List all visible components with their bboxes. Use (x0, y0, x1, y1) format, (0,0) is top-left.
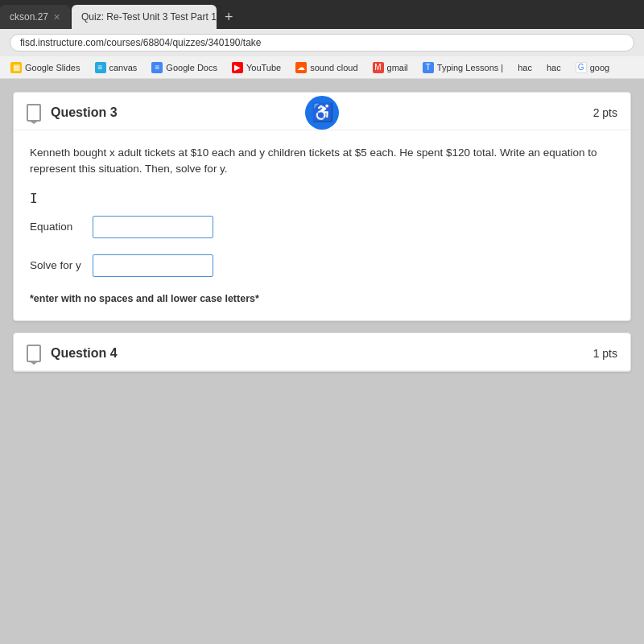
question-3-body: Kenneth bought x adult tickets at $10 ea… (14, 130, 630, 320)
address-bar: fisd.instructure.com/courses/68804/quizz… (0, 29, 644, 56)
soundcloud-icon: ☁ (295, 62, 307, 73)
solve-label: Solve for y (30, 259, 86, 271)
bookmark-google[interactable]: G goog (570, 60, 615, 75)
bookmark-docs[interactable]: ≡ Google Docs (146, 60, 223, 75)
bookmark-hac1[interactable]: hac (512, 61, 538, 74)
bookmark-canvas-label: canvas (109, 63, 138, 72)
question-4-bookmark[interactable] (27, 345, 41, 362)
bookmarks-bar: ▦ Google Slides ≡ canvas ≡ Google Docs ▶… (0, 56, 644, 79)
question-3-points: 2 pts (593, 106, 617, 119)
typing-icon: T (423, 62, 434, 73)
bookmark-google-label: goog (590, 63, 609, 72)
google-icon: G (576, 62, 587, 73)
question-4-points: 1 pts (593, 347, 617, 360)
docs-icon: ≡ (151, 62, 163, 73)
tab-label: ckson.27 (10, 11, 48, 23)
bookmark-slides-label: Google Slides (25, 63, 80, 72)
bookmark-youtube-label: YouTube (246, 63, 281, 72)
bookmark-gmail-label: gmail (387, 63, 408, 72)
tab-active-label: Quiz: Re-Test Unit 3 Test Part 1... (81, 11, 217, 23)
bookmark-typing[interactable]: T Typing Lessons | (417, 60, 509, 75)
tab-inactive[interactable]: ckson.27 ✕ (0, 5, 70, 29)
solve-row: Solve for y (30, 254, 614, 277)
equation-label: Equation (30, 221, 86, 233)
question-3-bookmark[interactable] (27, 104, 41, 122)
address-input[interactable]: fisd.instructure.com/courses/68804/quizz… (10, 34, 634, 52)
equation-row: Equation (30, 216, 614, 238)
question-3-text: Kenneth bought x adult tickets at $10 ea… (30, 145, 614, 178)
gmail-icon: M (373, 62, 384, 73)
text-cursor: I (30, 191, 614, 206)
bookmark-slides[interactable]: ▦ Google Slides (5, 60, 86, 75)
bookmark-typing-label: Typing Lessons | (437, 63, 503, 72)
question-3-card: Question 3 ♿ 2 pts Kenneth bought x adul… (13, 92, 631, 321)
question-3-header: Question 3 ♿ 2 pts (14, 93, 630, 130)
tab-bar: ckson.27 ✕ Quiz: Re-Test Unit 3 Test Par… (0, 0, 644, 29)
equation-input[interactable] (93, 216, 213, 238)
browser-chrome: ckson.27 ✕ Quiz: Re-Test Unit 3 Test Par… (0, 0, 644, 79)
question-4-title: Question 4 (51, 346, 593, 361)
accessibility-icon[interactable]: ♿ (305, 96, 339, 130)
bookmark-hac1-label: hac (518, 63, 532, 72)
bookmark-docs-label: Google Docs (166, 63, 217, 72)
bookmark-soundcloud-label: sound cloud (310, 63, 357, 72)
note-text: *enter with no spaces and all lower case… (30, 293, 614, 304)
canvas-icon: ≡ (95, 62, 106, 73)
bookmark-canvas[interactable]: ≡ canvas (89, 60, 143, 75)
address-text: fisd.instructure.com/courses/68804/quizz… (20, 37, 262, 48)
bookmark-hac2-label: hac (547, 63, 561, 72)
tab-close-icon[interactable]: ✕ (53, 12, 60, 23)
solve-input[interactable] (93, 254, 213, 277)
tab-active[interactable]: Quiz: Re-Test Unit 3 Test Part 1... ✕ (72, 5, 217, 29)
slides-icon: ▦ (10, 62, 22, 73)
bookmark-soundcloud[interactable]: ☁ sound cloud (290, 60, 363, 75)
bookmark-gmail[interactable]: M gmail (367, 60, 414, 75)
bookmark-youtube[interactable]: ▶ YouTube (226, 60, 287, 75)
youtube-icon: ▶ (232, 62, 243, 73)
page-content: Question 3 ♿ 2 pts Kenneth bought x adul… (0, 79, 644, 644)
new-tab-button[interactable]: + (218, 9, 240, 26)
question-4-card: Question 4 1 pts (13, 332, 631, 372)
bookmark-hac2[interactable]: hac (541, 61, 567, 74)
question-4-header: Question 4 1 pts (14, 333, 630, 371)
